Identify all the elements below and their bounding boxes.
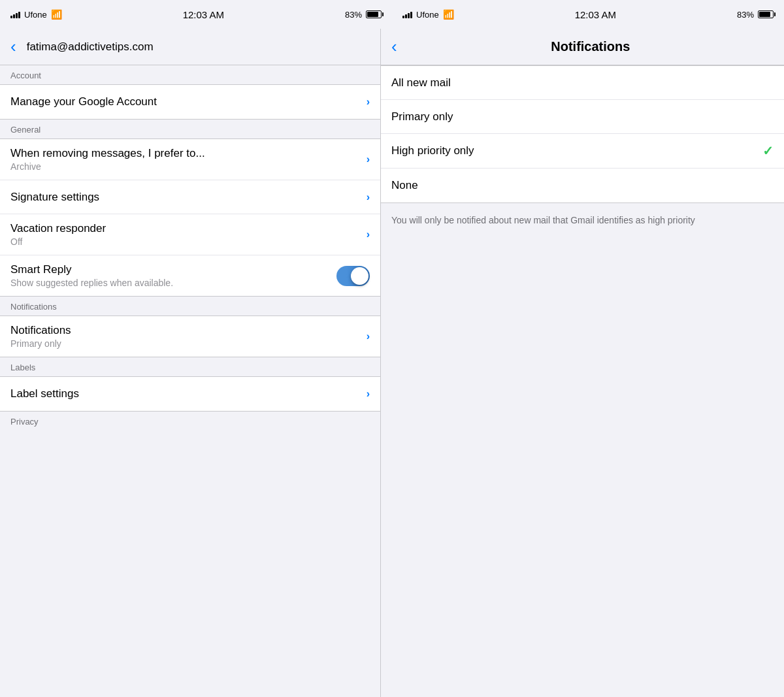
smart-reply-toggle[interactable] (336, 266, 370, 286)
right-header: ‹ Notifications (381, 29, 784, 65)
left-carrier: Ufone (24, 10, 47, 20)
signature-settings-row[interactable]: Signature settings › (0, 180, 380, 214)
vacation-responder-title: Vacation responder (10, 222, 361, 235)
left-signal-icon (10, 10, 20, 18)
right-battery-percent: 83% (737, 10, 754, 20)
smart-reply-content: Smart Reply Show suggested replies when … (10, 263, 336, 288)
right-battery-icon (758, 10, 774, 18)
removing-messages-title: When removing messages, I prefer to... (10, 147, 361, 160)
left-battery-area: 83% (345, 10, 382, 20)
high-priority-checkmark: ✓ (762, 143, 774, 159)
status-bar: Ufone 📶 12:03 AM 83% Ufone 📶 12:03 AM 83… (0, 0, 784, 29)
smart-reply-toggle-container[interactable] (336, 266, 370, 286)
right-back-button[interactable]: ‹ (391, 37, 397, 57)
removing-messages-content: When removing messages, I prefer to... A… (10, 147, 361, 172)
signature-settings-title: Signature settings (10, 191, 361, 204)
notifications-chevron: › (367, 331, 370, 342)
left-panel: ‹ fatima@addictivetips.com Account Manag… (0, 29, 381, 697)
left-battery-percent: 83% (345, 10, 362, 20)
vacation-responder-row[interactable]: Vacation responder Off › (0, 214, 380, 255)
right-carrier-info: Ufone 📶 (402, 9, 454, 20)
label-settings-row[interactable]: Label settings › (0, 377, 380, 411)
notifications-subtitle: Primary only (10, 338, 361, 349)
signature-settings-chevron: › (367, 191, 370, 203)
notifications-group: Notifications Primary only › (0, 316, 380, 357)
toggle-thumb (351, 267, 368, 285)
vacation-responder-subtitle: Off (10, 236, 361, 247)
label-settings-title: Label settings (10, 387, 361, 400)
section-header-notifications: Notifications (0, 297, 380, 316)
removing-messages-subtitle: Archive (10, 161, 361, 172)
notifications-row[interactable]: Notifications Primary only › (0, 316, 380, 357)
left-carrier-info: Ufone 📶 (10, 9, 62, 20)
left-battery-icon (366, 10, 382, 18)
none-label: None (391, 179, 418, 192)
signature-settings-content: Signature settings (10, 191, 361, 204)
main-content: ‹ fatima@addictivetips.com Account Manag… (0, 29, 784, 697)
manage-google-account-title: Manage your Google Account (10, 95, 361, 108)
notifications-content: Notifications Primary only (10, 324, 361, 349)
smart-reply-title: Smart Reply (10, 263, 336, 276)
left-status-bar: Ufone 📶 12:03 AM 83% (0, 0, 392, 29)
label-settings-content: Label settings (10, 387, 361, 400)
section-header-general: General (0, 120, 380, 138)
info-text: You will only be notified about new mail… (391, 215, 695, 225)
labels-group: Label settings › (0, 376, 380, 412)
right-panel: ‹ Notifications All new mail Primary onl… (381, 29, 784, 697)
vacation-responder-content: Vacation responder Off (10, 222, 361, 247)
right-header-title: Notifications (408, 39, 774, 54)
removing-messages-row[interactable]: When removing messages, I prefer to... A… (0, 139, 380, 180)
left-wifi-icon: 📶 (51, 9, 62, 20)
section-header-privacy: Privacy (0, 412, 380, 430)
section-header-labels: Labels (0, 357, 380, 376)
section-header-account: Account (0, 65, 380, 84)
high-priority-only-option[interactable]: High priority only ✓ (381, 134, 784, 169)
manage-google-account-chevron: › (367, 96, 370, 108)
none-option[interactable]: None (381, 169, 784, 203)
left-header: ‹ fatima@addictivetips.com (0, 29, 380, 65)
left-time: 12:03 AM (183, 9, 224, 20)
vacation-responder-chevron: › (367, 229, 370, 240)
manage-google-account-content: Manage your Google Account (10, 95, 361, 108)
notifications-options-group: All new mail Primary only High priority … (381, 65, 784, 203)
right-signal-icon (402, 10, 412, 18)
account-group: Manage your Google Account › (0, 84, 380, 120)
smart-reply-subtitle: Show suggested replies when available. (10, 278, 336, 288)
info-box: You will only be notified about new mail… (381, 203, 784, 238)
high-priority-only-label: High priority only (391, 144, 474, 157)
right-wifi-icon: 📶 (443, 9, 454, 20)
smart-reply-row: Smart Reply Show suggested replies when … (0, 255, 380, 296)
left-back-button[interactable]: ‹ (10, 37, 16, 57)
removing-messages-chevron: › (367, 154, 370, 165)
notifications-title: Notifications (10, 324, 361, 337)
right-battery-area: 83% (737, 10, 774, 20)
all-new-mail-label: All new mail (391, 76, 451, 89)
manage-google-account-row[interactable]: Manage your Google Account › (0, 85, 380, 119)
label-settings-chevron: › (367, 388, 370, 400)
all-new-mail-option[interactable]: All new mail (381, 66, 784, 100)
primary-only-label: Primary only (391, 110, 453, 123)
right-status-bar: Ufone 📶 12:03 AM 83% (392, 0, 784, 29)
general-group: When removing messages, I prefer to... A… (0, 138, 380, 297)
right-carrier: Ufone (416, 10, 439, 20)
left-header-email: fatima@addictivetips.com (27, 41, 154, 54)
right-time: 12:03 AM (575, 9, 616, 20)
primary-only-option[interactable]: Primary only (381, 100, 784, 134)
